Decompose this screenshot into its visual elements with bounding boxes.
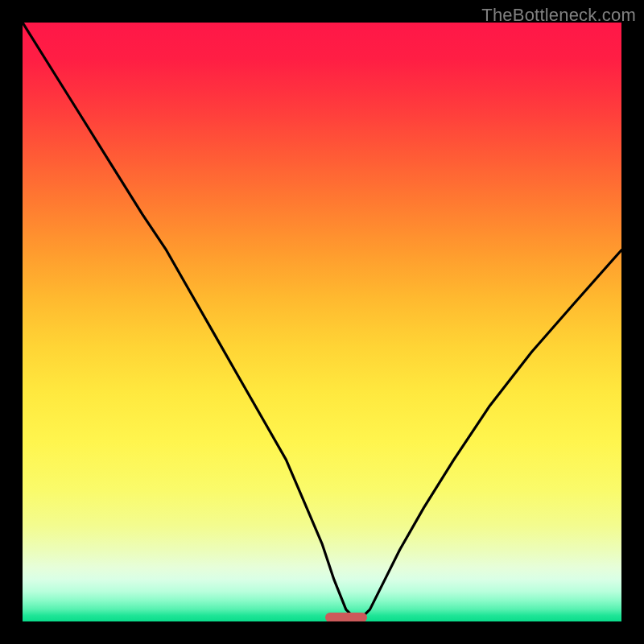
curve-layer xyxy=(23,23,621,621)
chart-frame: TheBottleneck.com xyxy=(0,0,644,644)
optimum-marker xyxy=(325,613,367,621)
bottleneck-curve xyxy=(23,23,621,621)
watermark-text: TheBottleneck.com xyxy=(481,5,636,26)
plot-area xyxy=(23,23,621,621)
